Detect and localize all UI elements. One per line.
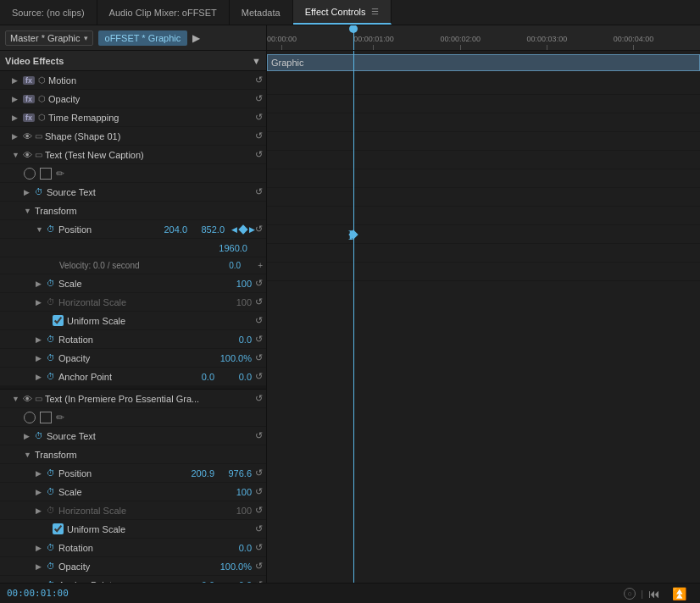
text-test-eye-icon[interactable]: 👁 <box>23 150 32 160</box>
motion-expand[interactable]: ▶ <box>12 76 20 85</box>
anchor-expand[interactable]: ▶ <box>36 373 44 381</box>
uniform-scale-checkbox-wrap[interactable]: Uniform Scale <box>53 315 125 326</box>
circle-marker-btn[interactable]: ○ <box>624 588 636 600</box>
source-text-expand[interactable]: ▶ <box>24 188 32 196</box>
uniform-scale2-checkbox-wrap[interactable]: Uniform Scale <box>53 523 125 534</box>
rect-tool-icon[interactable] <box>40 168 52 180</box>
text-premiere-eye-icon[interactable]: 👁 <box>23 394 32 404</box>
h-scale2-value[interactable]: 100 <box>218 506 252 516</box>
uniform-scale2-reset[interactable]: ↺ <box>255 523 263 534</box>
h-scale-value[interactable]: 100 <box>218 297 252 307</box>
source-text2-reset[interactable]: ↺ <box>255 430 263 441</box>
opacity3-value[interactable]: 100.0% <box>218 562 252 572</box>
anchor-stopwatch[interactable]: ⏱ <box>47 372 55 381</box>
timeline-ruler[interactable]: 00:00:0000:00:01:0000:00:02:0000:00:03:0… <box>267 25 700 50</box>
master-selector[interactable]: Master * Graphic ▾ <box>5 30 93 46</box>
shape-reset[interactable]: ↺ <box>255 130 263 141</box>
opacity3-reset[interactable]: ↺ <box>255 561 263 572</box>
effect-controls-menu-icon[interactable]: ☰ <box>371 7 379 16</box>
tab-source[interactable]: Source: (no clips) <box>0 0 97 25</box>
position2-stopwatch[interactable]: ⏱ <box>47 468 55 478</box>
opacity2-reset[interactable]: ↺ <box>255 352 263 363</box>
opacity-reset[interactable]: ↺ <box>255 93 263 104</box>
h-scale2-reset[interactable]: ↺ <box>255 505 263 516</box>
rotation-reset[interactable]: ↺ <box>255 334 263 345</box>
source-text2-stopwatch[interactable]: ⏱ <box>35 431 43 440</box>
opacity2-stopwatch[interactable]: ⏱ <box>47 353 55 362</box>
source-text-stopwatch[interactable]: ⏱ <box>35 187 43 196</box>
rotation2-reset[interactable]: ↺ <box>255 542 263 553</box>
text-premiere-reset[interactable]: ↺ <box>255 393 263 404</box>
time-remap-reset[interactable]: ↺ <box>255 112 263 123</box>
video-effects-collapse[interactable]: ▼ <box>252 56 261 66</box>
export-btn[interactable]: ⏫ <box>672 587 686 600</box>
position-reset[interactable]: ↺ <box>255 224 263 235</box>
time-remap-expand[interactable]: ▶ <box>12 113 20 122</box>
sequence-button[interactable]: oFFSET * Graphic <box>98 30 188 46</box>
rotation-value[interactable]: 0.0 <box>218 335 252 345</box>
text-premiere-expand[interactable]: ▼ <box>12 395 20 403</box>
position-y-value[interactable]: 852.0 <box>191 224 225 235</box>
scale2-value[interactable]: 100 <box>218 487 252 497</box>
text-test-expand[interactable]: ▼ <box>12 151 20 159</box>
kf-prev-arrow[interactable]: ◀ <box>231 225 237 234</box>
shape-expand[interactable]: ▶ <box>12 132 20 141</box>
position-x-value[interactable]: 204.0 <box>153 224 187 235</box>
position2-expand[interactable]: ▶ <box>36 469 44 478</box>
h-scale2-expand[interactable]: ▶ <box>36 506 44 515</box>
opacity-expand[interactable]: ▶ <box>12 95 20 103</box>
h-scale-expand[interactable]: ▶ <box>36 298 44 307</box>
play-button[interactable]: ▶ <box>192 32 200 44</box>
source-text2-expand[interactable]: ▶ <box>24 432 32 440</box>
tab-effect-controls[interactable]: Effect Controls ☰ <box>293 0 392 25</box>
transform-expand[interactable]: ▼ <box>24 207 32 215</box>
motion-reset[interactable]: ↺ <box>255 75 263 86</box>
position-stopwatch[interactable]: ⏱ <box>47 224 55 234</box>
ellipse-tool-icon[interactable] <box>24 168 36 180</box>
timeline-content[interactable]: Graphic 𝐈 <box>267 51 700 583</box>
scale2-reset[interactable]: ↺ <box>255 486 263 497</box>
h-scale-reset[interactable]: ↺ <box>255 296 263 307</box>
position-extra-value[interactable]: 1960.0 <box>219 243 247 253</box>
scale2-stopwatch[interactable]: ⏱ <box>47 487 55 496</box>
opacity2-value[interactable]: 100.0% <box>218 353 252 363</box>
kf-next-arrow[interactable]: ▶ <box>249 225 255 234</box>
previous-frame-btn[interactable]: ⏮ <box>648 587 660 600</box>
anchor-x-value[interactable]: 0.0 <box>181 372 214 382</box>
pen-tool-icon[interactable]: ✏ <box>56 168 64 180</box>
text-test-reset[interactable]: ↺ <box>255 149 263 160</box>
scale-reset[interactable]: ↺ <box>255 278 263 289</box>
anchor-y-value[interactable]: 0.0 <box>218 372 252 382</box>
ellipse-tool2-icon[interactable] <box>24 412 36 423</box>
position2-x-value[interactable]: 200.9 <box>181 468 214 479</box>
rotation2-value[interactable]: 0.0 <box>218 543 252 553</box>
position-expand[interactable]: ▼ <box>36 225 44 234</box>
scale2-expand[interactable]: ▶ <box>36 488 44 496</box>
tab-metadata[interactable]: Metadata <box>230 0 293 25</box>
scale-stopwatch[interactable]: ⏱ <box>47 279 55 288</box>
rotation2-expand[interactable]: ▶ <box>36 544 44 552</box>
rotation-expand[interactable]: ▶ <box>36 335 44 344</box>
shape-eye-icon[interactable]: 👁 <box>23 131 32 141</box>
position2-y-value[interactable]: 976.6 <box>218 468 252 479</box>
transform2-expand[interactable]: ▼ <box>24 451 32 459</box>
anchor-reset[interactable]: ↺ <box>255 371 263 382</box>
scale-expand[interactable]: ▶ <box>36 279 44 288</box>
kf-diamond[interactable] <box>238 224 247 234</box>
rotation2-stopwatch[interactable]: ⏱ <box>47 543 55 552</box>
uniform-scale2-checkbox[interactable] <box>53 523 64 534</box>
uniform-scale-checkbox[interactable] <box>53 315 64 326</box>
rotation-stopwatch[interactable]: ⏱ <box>47 335 55 344</box>
opacity3-stopwatch[interactable]: ⏱ <box>47 562 55 571</box>
pen-tool2-icon[interactable]: ✏ <box>56 412 64 423</box>
position2-reset[interactable]: ↺ <box>255 467 263 479</box>
scale-value[interactable]: 100 <box>218 279 252 289</box>
rect-tool2-icon[interactable] <box>40 412 52 423</box>
uniform-scale-reset[interactable]: ↺ <box>255 315 263 326</box>
add-keyframe-btn[interactable]: + <box>258 261 263 270</box>
source-text-reset[interactable]: ↺ <box>255 186 263 197</box>
opacity3-expand[interactable]: ▶ <box>36 562 44 571</box>
tab-audio-clip-mixer[interactable]: Audio Clip Mixer: oFFSET <box>97 0 230 25</box>
opacity2-expand[interactable]: ▶ <box>36 354 44 362</box>
effects-content[interactable]: ▶ fx ⬡ Motion ↺ ▶ fx ⬡ Opacity ↺ ▶ fx ⬡ … <box>0 71 266 583</box>
